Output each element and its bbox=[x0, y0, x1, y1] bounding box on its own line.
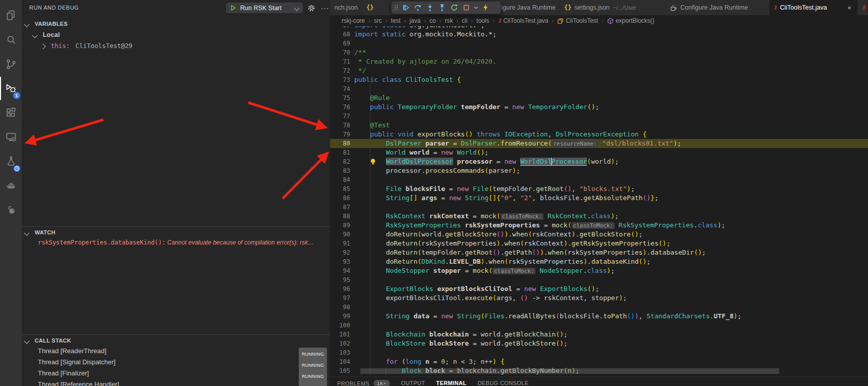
settings-gear-icon[interactable] bbox=[307, 4, 316, 13]
code-line-70[interactable]: 70/** bbox=[330, 48, 868, 57]
code-editor[interactable]: 67import static org.junit.Assert.*;68imp… bbox=[330, 26, 868, 377]
code-line-82[interactable]: 82 WorldDslProcessor processor = new Wor… bbox=[330, 157, 868, 166]
variable-this-row[interactable]: this: CliToolsTest@29 bbox=[22, 40, 330, 52]
watch-section-header[interactable]: WATCH bbox=[22, 227, 330, 238]
bottom-panel-tabs: PROBLEMS1K+OUTPUTTERMINALDEBUG CONSOLE bbox=[330, 376, 868, 386]
code-line-78[interactable]: 78 @Test bbox=[330, 121, 868, 130]
editor-tab-partial-6[interactable]: J bbox=[858, 0, 868, 15]
code-line-83[interactable]: 83 processor.processCommands(parser); bbox=[330, 166, 868, 175]
activity-item-docker-icon[interactable] bbox=[0, 174, 22, 197]
step-into-icon[interactable] bbox=[424, 2, 436, 14]
activity-item-remote-explorer-icon[interactable] bbox=[0, 125, 22, 149]
code-line-77[interactable]: 77 bbox=[330, 112, 868, 121]
activity-item-explorer-icon[interactable] bbox=[0, 4, 22, 27]
code-line-98[interactable]: 98 bbox=[330, 303, 868, 312]
code-line-88[interactable]: 88 RskContext rskContext = mock(classToM… bbox=[330, 212, 868, 221]
code-line-80[interactable]: 80 DslParser parser = DslParser.fromReso… bbox=[330, 139, 868, 148]
variables-section-header[interactable]: VARIABLES bbox=[22, 18, 330, 29]
breadcrumb-item[interactable]: rsk bbox=[445, 17, 453, 24]
panel-tab-problems[interactable]: PROBLEMS1K+ bbox=[337, 380, 390, 386]
code-line-90[interactable]: 90 doReturn(world.getBlockStore()).when(… bbox=[330, 230, 868, 239]
call-stack-thread-row[interactable]: Thread [Reference Handler]RUNNING bbox=[22, 379, 330, 386]
call-stack-thread-row[interactable]: Thread [Finalizer]RUNNING bbox=[22, 368, 330, 379]
line-number: 87 bbox=[330, 203, 350, 212]
breadcrumb-item[interactable]: cli bbox=[462, 17, 467, 24]
call-stack-thread-row[interactable]: Thread [ReaderThread]RUNNING bbox=[22, 346, 330, 357]
code-line-85[interactable]: 85 File blocksFile = new File(tempFolder… bbox=[330, 184, 868, 194]
horizontal-scrollbar[interactable] bbox=[360, 368, 779, 374]
code-line-95[interactable]: 95 bbox=[330, 275, 868, 284]
code-line-76[interactable]: 76 public TemporaryFolder tempFolder = n… bbox=[330, 103, 868, 112]
watch-expression-row[interactable]: rskSystemProperties.databaseKind(): Cann… bbox=[22, 237, 330, 248]
breadcrumb-item[interactable]: test bbox=[391, 17, 400, 24]
code-line-92[interactable]: 92 doReturn(tempFolder.getRoot().getPath… bbox=[330, 248, 868, 257]
code-line-100[interactable]: 100 bbox=[330, 321, 868, 330]
more-actions-icon[interactable]: ··· bbox=[320, 4, 330, 13]
code-line-68[interactable]: 68import static org.mockito.Mockito.*; bbox=[330, 30, 868, 39]
activity-item-gradle-icon[interactable] bbox=[0, 198, 22, 221]
panel-tab-terminal[interactable]: TERMINAL bbox=[436, 380, 466, 386]
code-line-81[interactable]: 81 World world = new World(); bbox=[330, 148, 868, 157]
activity-item-testing-icon[interactable] bbox=[0, 150, 22, 173]
tab-close-icon[interactable]: × bbox=[845, 4, 853, 12]
editor-tab-CliToolsTest.java[interactable]: JCliToolsTest.java× bbox=[770, 0, 858, 15]
code-line-84[interactable]: 84 bbox=[330, 175, 868, 184]
breadcrumb-item[interactable]: java bbox=[409, 17, 420, 24]
run-config-dropdown[interactable]: Run RSK Start bbox=[226, 3, 303, 13]
code-line-96[interactable]: 96 ExportBlocks exportBlocksCliTool = ne… bbox=[330, 284, 868, 294]
breadcrumb-item[interactable]: exportBlocks() bbox=[607, 17, 655, 24]
code-line-73[interactable]: )73public class CliToolsTest { bbox=[330, 75, 868, 84]
activity-item-search-icon[interactable] bbox=[0, 28, 22, 52]
editor-tab-settings.json[interactable]: {}settings.json~/.../User bbox=[560, 0, 666, 15]
code-line-86[interactable]: 86 String[] args = new String[]{"0", "2"… bbox=[330, 194, 868, 203]
continue-icon[interactable] bbox=[400, 2, 412, 14]
json-braces-icon: {} bbox=[366, 4, 373, 11]
call-stack-section-header[interactable]: CALL STACK bbox=[22, 335, 330, 346]
hot-code-replace-icon[interactable] bbox=[479, 2, 492, 14]
code-line-93[interactable]: 93 doReturn(DbKind.LEVEL_DB).when(rskSys… bbox=[330, 257, 868, 266]
variables-scope-local[interactable]: Local bbox=[22, 29, 330, 40]
call-stack-thread-row[interactable]: Thread [Signal Dispatcher]RUNNING bbox=[22, 357, 330, 368]
breadcrumb-item[interactable]: co bbox=[429, 17, 436, 24]
code-line-103[interactable]: 103 bbox=[330, 348, 868, 357]
activity-item-run-and-debug-icon[interactable]: 1 bbox=[0, 77, 22, 100]
code-line-101[interactable]: 101 Blockchain blockchain = world.getBlo… bbox=[330, 330, 868, 339]
code-line-71[interactable]: 71 * Created by ajlopez on 26/04/2020. bbox=[330, 57, 868, 66]
editor-tab-nch.json[interactable]: nch.json bbox=[330, 0, 362, 15]
step-over-icon[interactable] bbox=[412, 2, 424, 14]
code-line-94[interactable]: 94 NodeStopper stopper = mock(classToMoc… bbox=[330, 266, 868, 275]
breadcrumb-item[interactable]: rskj-core bbox=[342, 17, 365, 24]
code-line-69[interactable]: 69 bbox=[330, 39, 868, 48]
code-line-97[interactable]: 97 exportBlocksCliTool.execute(args, () … bbox=[330, 294, 868, 303]
step-out-icon[interactable] bbox=[436, 2, 448, 14]
breadcrumb-item[interactable]: JCliToolsTest.java bbox=[498, 17, 548, 25]
code-line-91[interactable]: 91 doReturn(rskSystemProperties).when(rs… bbox=[330, 239, 868, 248]
panel-tab-output[interactable]: OUTPUT bbox=[401, 380, 425, 386]
code-line-74[interactable]: 74 bbox=[330, 84, 868, 93]
breadcrumb-label: co bbox=[429, 17, 436, 24]
breadcrumb-item[interactable]: CliToolsTest bbox=[557, 17, 598, 24]
code-line-104[interactable]: 104 for (long n = 0; n < 3; n++) { bbox=[330, 357, 868, 366]
code-line-67[interactable]: 67import static org.junit.Assert.*; bbox=[330, 26, 868, 30]
restart-icon[interactable] bbox=[448, 2, 460, 14]
line-number: 68 bbox=[330, 30, 350, 39]
code-line-79[interactable]: )79 public void exportBlocks() throws IO… bbox=[330, 130, 868, 139]
stop-icon[interactable] bbox=[460, 2, 472, 14]
breadcrumb-label: exportBlocks() bbox=[616, 17, 655, 24]
code-line-99[interactable]: 99 String data = new String(Files.readAl… bbox=[330, 312, 868, 321]
editor-tab-Configure Java Runtime[interactable]: Configure Java Runtime bbox=[666, 0, 770, 15]
drag-grip-icon[interactable] bbox=[393, 2, 400, 14]
code-line-87[interactable]: 87 bbox=[330, 203, 868, 212]
lightbulb-icon[interactable] bbox=[369, 158, 376, 165]
code-line-89[interactable]: 89 RskSystemProperties rskSystemProperti… bbox=[330, 221, 868, 230]
breadcrumb-item[interactable]: src bbox=[374, 17, 382, 24]
activity-item-extensions-icon[interactable] bbox=[0, 101, 22, 124]
stop-chevron-icon[interactable] bbox=[472, 2, 479, 14]
breadcrumb-item[interactable]: tools bbox=[476, 17, 489, 24]
code-line-102[interactable]: 102 BlockStore blockStore = world.getBlo… bbox=[330, 339, 868, 348]
panel-tab-label: TERMINAL bbox=[436, 380, 466, 386]
activity-item-source-control-icon[interactable] bbox=[0, 53, 22, 76]
panel-tab-debug-console[interactable]: DEBUG CONSOLE bbox=[477, 380, 528, 386]
code-line-72[interactable]: 72 */ bbox=[330, 66, 868, 75]
code-line-75[interactable]: 75 @Rule bbox=[330, 93, 868, 103]
